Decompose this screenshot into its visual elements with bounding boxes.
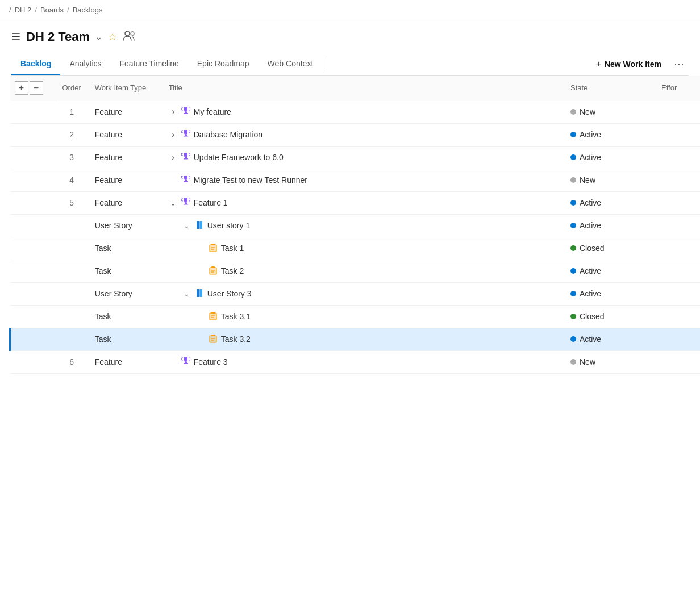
svg-rect-30 (210, 313, 216, 320)
svg-rect-35 (210, 336, 216, 342)
expand-arrow-icon[interactable]: ⌄ (169, 199, 178, 207)
expand-arrow-icon[interactable]: › (169, 152, 178, 162)
row-title-text: Feature 3 (194, 357, 228, 366)
table-row[interactable]: User Story⌄User story 1Active (10, 214, 701, 237)
row-order (56, 282, 88, 305)
feature-icon (181, 107, 190, 118)
table-row[interactable]: TaskTask 1Closed (10, 237, 701, 260)
state-badge: Active (570, 289, 648, 298)
row-title[interactable]: Migrate Test to new Test Runner (162, 169, 564, 191)
state-dot (570, 223, 576, 228)
hamburger-icon[interactable]: ☰ (11, 31, 20, 43)
row-type: Task (88, 305, 162, 328)
table-row[interactable]: TaskTask 3.1Closed (10, 305, 701, 328)
row-title[interactable]: ⌄User Story 3 (162, 282, 564, 305)
more-options-icon[interactable]: ⋯ (669, 55, 689, 74)
row-effort (655, 282, 700, 305)
toolbar-cell: + − (10, 76, 56, 101)
state-dot (570, 291, 576, 296)
svg-rect-14 (199, 221, 202, 229)
svg-point-0 (125, 31, 130, 36)
row-type: Task (88, 237, 162, 260)
feature-icon (181, 152, 190, 163)
row-type: Feature (88, 350, 162, 373)
row-type: User Story (88, 214, 162, 237)
row-state: New (564, 101, 655, 123)
expand-arrow-icon[interactable]: › (169, 107, 178, 117)
svg-rect-4 (185, 135, 187, 136)
user-story-icon (195, 220, 204, 231)
breadcrumb-dh2[interactable]: DH 2 (15, 6, 32, 14)
row-spacer (10, 282, 56, 305)
table-row[interactable]: 5Feature⌄Feature 1Active (10, 191, 701, 214)
row-title[interactable]: Task 3.2 (162, 328, 564, 350)
table-row[interactable]: 2Feature›Database MigrationActive (10, 123, 701, 146)
row-spacer (10, 214, 56, 237)
row-title[interactable]: ⌄User story 1 (162, 214, 564, 237)
expand-all-button[interactable]: + (15, 81, 28, 95)
row-title-text: Feature 1 (194, 198, 228, 207)
row-spacer (10, 191, 56, 214)
row-type: Feature (88, 169, 162, 191)
tab-analytics[interactable]: Analytics (60, 53, 110, 75)
row-title-text: My feature (194, 107, 231, 116)
state-dot (570, 336, 576, 342)
state-dot (570, 314, 576, 319)
breadcrumb-boards[interactable]: Boards (40, 6, 64, 14)
row-title[interactable]: Task 1 (162, 237, 564, 260)
table-row[interactable]: 4FeatureMigrate Test to new Test RunnerN… (10, 169, 701, 191)
row-state: New (564, 169, 655, 191)
svg-rect-6 (185, 157, 187, 158)
state-label: Active (580, 221, 601, 230)
expand-arrow-icon[interactable]: ⌄ (182, 290, 191, 298)
people-icon[interactable] (123, 31, 135, 44)
tab-web-context[interactable]: Web Context (259, 53, 323, 75)
row-type: Feature (88, 123, 162, 146)
row-type: Task (88, 328, 162, 350)
row-spacer (10, 146, 56, 169)
row-state: Active (564, 191, 655, 214)
svg-rect-27 (197, 289, 199, 297)
tab-epic-roadmap[interactable]: Epic Roadmap (188, 53, 259, 75)
expand-arrow-icon[interactable]: › (169, 129, 178, 140)
row-type: Task (88, 260, 162, 282)
chevron-down-icon[interactable]: ⌄ (95, 32, 102, 41)
state-label: Active (580, 198, 601, 207)
breadcrumb-sep-1: / (35, 6, 37, 14)
row-type: User Story (88, 282, 162, 305)
row-title[interactable]: ⌄Feature 1 (162, 191, 564, 214)
row-spacer (10, 328, 56, 350)
row-title[interactable]: ›My feature (162, 101, 564, 123)
breadcrumb-sep-2: / (67, 6, 69, 14)
table-row[interactable]: TaskTask 2Active (10, 260, 701, 282)
collapse-all-button[interactable]: − (30, 81, 43, 95)
state-badge: Closed (570, 244, 648, 253)
new-work-item-button[interactable]: + New Work Item (588, 55, 669, 74)
table-row[interactable]: TaskTask 3.2Active (10, 328, 701, 350)
table-row[interactable]: 6FeatureFeature 3New (10, 350, 701, 373)
state-dot (570, 109, 576, 115)
row-order (56, 237, 88, 260)
row-title-text: Task 3.1 (221, 312, 251, 321)
row-title[interactable]: Feature 3 (162, 350, 564, 373)
row-title[interactable]: Task 2 (162, 260, 564, 282)
row-state: Active (564, 214, 655, 237)
row-spacer (10, 305, 56, 328)
expand-arrow-icon[interactable]: ⌄ (182, 222, 191, 230)
new-work-item-label: New Work Item (605, 60, 661, 69)
tab-backlog[interactable]: Backlog (11, 53, 60, 75)
row-title[interactable]: ›Database Migration (162, 123, 564, 146)
star-icon[interactable]: ☆ (108, 31, 117, 43)
tab-feature-timeline[interactable]: Feature Timeline (111, 53, 188, 75)
table-row[interactable]: 3Feature›Update Framework to 6.0Active (10, 146, 701, 169)
row-title[interactable]: Task 3.1 (162, 305, 564, 328)
row-title-text: Database Migration (194, 130, 262, 139)
table-row[interactable]: 1Feature›My featureNew (10, 101, 701, 123)
row-title[interactable]: ›Update Framework to 6.0 (162, 146, 564, 169)
row-effort (655, 237, 700, 260)
svg-rect-8 (185, 180, 187, 181)
table-row[interactable]: User Story⌄User Story 3Active (10, 282, 701, 305)
row-effort (655, 191, 700, 214)
backlog-table: + − Order Work Item Type Title State Eff… (9, 76, 700, 374)
row-order: 2 (56, 123, 88, 146)
